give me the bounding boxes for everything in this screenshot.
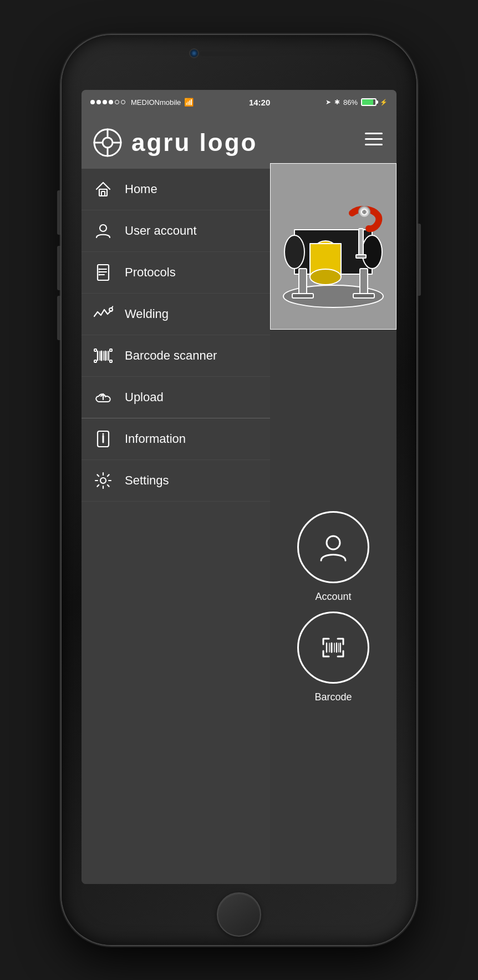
upload-label: Upload — [125, 390, 164, 405]
svg-point-42 — [310, 269, 341, 285]
svg-rect-43 — [359, 229, 363, 256]
gps-icon: ➤ — [326, 98, 331, 106]
navigation-drawer: agru logo — [82, 114, 270, 884]
sidebar-item-settings[interactable]: Settings — [82, 460, 270, 502]
svg-rect-6 — [99, 189, 107, 196]
protocols-label: Protocols — [125, 265, 176, 280]
status-bar: MEDIONmobile 📶 14:20 ➤ ✱ 86% ⚡ — [82, 90, 396, 114]
svg-point-33 — [100, 478, 106, 483]
svg-point-16 — [109, 308, 113, 311]
svg-point-32 — [103, 433, 104, 435]
battery-fill — [362, 99, 373, 105]
settings-label: Settings — [125, 473, 169, 488]
information-label: Information — [125, 432, 186, 446]
sidebar-item-home[interactable]: Home — [82, 169, 270, 210]
svg-rect-19 — [110, 349, 112, 351]
svg-point-8 — [100, 225, 106, 231]
home-icon — [93, 179, 114, 200]
quick-actions: Account — [270, 330, 396, 884]
svg-rect-21 — [110, 360, 112, 362]
sidebar-item-information[interactable]: Information — [82, 418, 270, 460]
account-button[interactable] — [297, 511, 369, 583]
welding-icon — [93, 304, 114, 325]
hamburger-line-3 — [365, 144, 383, 145]
signal-dot-3 — [103, 100, 107, 104]
protocols-icon — [93, 262, 114, 283]
sidebar-item-user-account[interactable]: User account — [82, 210, 270, 252]
info-icon — [93, 428, 114, 449]
account-circle-icon — [317, 531, 350, 564]
front-camera — [189, 48, 199, 58]
agru-logo-text: agru logo — [131, 130, 259, 155]
svg-rect-7 — [101, 191, 105, 196]
sidebar-item-welding[interactable]: Welding — [82, 294, 270, 335]
svg-point-15 — [99, 274, 100, 276]
sidebar-item-barcode-scanner[interactable]: Barcode scanner — [82, 335, 270, 377]
user-icon — [93, 220, 114, 241]
home-button-area — [217, 884, 261, 945]
account-action-container: Account — [297, 511, 369, 603]
drawer-header: agru logo — [82, 114, 270, 169]
user-account-label: User account — [125, 224, 197, 238]
upload-icon — [93, 387, 114, 408]
svg-rect-18 — [94, 349, 96, 351]
signal-dot-4 — [109, 100, 113, 104]
battery-icon — [361, 98, 377, 106]
barcode-action-label: Barcode — [314, 691, 352, 703]
bluetooth-icon: ✱ — [334, 98, 340, 106]
settings-icon — [93, 470, 114, 491]
hamburger-line-1 — [365, 133, 383, 134]
content-area: agru logo — [82, 114, 396, 884]
signal-strength — [90, 100, 125, 104]
screen: MEDIONmobile 📶 14:20 ➤ ✱ 86% ⚡ — [82, 90, 396, 884]
battery-percent: 86% — [343, 98, 358, 107]
svg-line-17 — [112, 306, 113, 307]
brand-name: agru logo — [131, 129, 257, 156]
right-header — [270, 114, 396, 163]
nav-menu: Home User account — [82, 169, 270, 884]
carrier-label: MEDIONmobile — [131, 98, 181, 107]
status-right: ➤ ✱ 86% ⚡ — [326, 98, 388, 107]
svg-point-14 — [99, 271, 100, 273]
welding-label: Welding — [125, 307, 169, 321]
notch-area — [62, 35, 416, 90]
svg-point-1 — [103, 138, 113, 148]
svg-point-39 — [362, 235, 382, 269]
charging-icon: ⚡ — [380, 99, 388, 106]
account-action-label: Account — [315, 591, 351, 603]
svg-rect-49 — [299, 269, 307, 296]
signal-dot-6 — [121, 100, 125, 104]
status-left: MEDIONmobile 📶 — [90, 98, 194, 107]
clock: 14:20 — [249, 98, 270, 107]
phone-outer: MEDIONmobile 📶 14:20 ➤ ✱ 86% ⚡ — [0, 0, 478, 980]
barcode-action-container: Barcode — [297, 612, 369, 703]
sidebar-item-protocols[interactable]: Protocols — [82, 252, 270, 294]
barcode-scan-icon — [317, 631, 350, 664]
signal-dot-5 — [115, 100, 119, 104]
svg-rect-20 — [94, 360, 96, 362]
wifi-icon: 📶 — [184, 98, 194, 107]
svg-rect-44 — [356, 255, 366, 258]
svg-rect-52 — [353, 294, 374, 298]
barcode-scan-button[interactable] — [297, 612, 369, 684]
right-panel: Account — [270, 114, 396, 884]
product-illustration — [270, 163, 396, 330]
hamburger-line-2 — [365, 138, 383, 140]
home-button[interactable] — [217, 892, 261, 937]
home-label: Home — [125, 182, 157, 196]
svg-rect-51 — [292, 294, 313, 298]
svg-point-13 — [99, 269, 100, 270]
svg-point-38 — [284, 235, 304, 269]
svg-point-53 — [327, 536, 340, 549]
svg-rect-50 — [360, 269, 368, 296]
hamburger-button[interactable] — [360, 125, 388, 153]
sidebar-item-upload[interactable]: Upload — [82, 377, 270, 418]
signal-dot-1 — [90, 100, 95, 104]
agru-logo-mark — [93, 128, 123, 158]
phone-frame: MEDIONmobile 📶 14:20 ➤ ✱ 86% ⚡ — [62, 35, 416, 945]
barcode-scanner-label: Barcode scanner — [125, 348, 217, 363]
signal-dot-2 — [96, 100, 101, 104]
product-image — [270, 163, 396, 330]
speaker-grille — [200, 52, 278, 56]
barcode-icon — [93, 345, 114, 366]
